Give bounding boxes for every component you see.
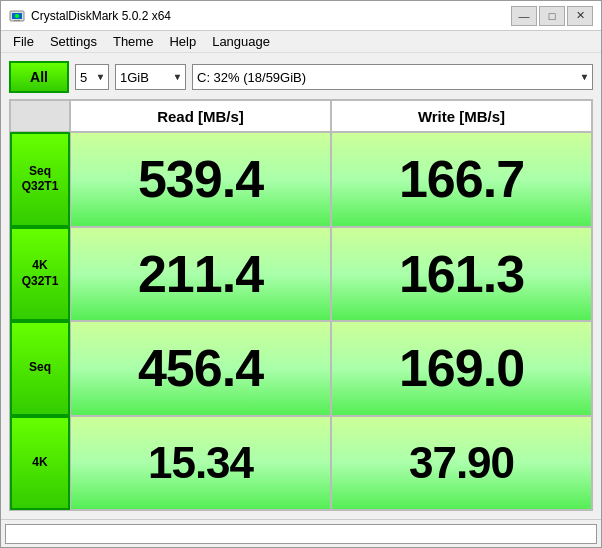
read-seq-q32t1: 539.4	[70, 132, 331, 227]
read-seq-value: 456.4	[138, 338, 263, 398]
menu-file[interactable]: File	[5, 32, 42, 51]
window-title: CrystalDiskMark 5.0.2 x64	[31, 9, 511, 23]
runs-select-wrapper: 5 1 3 9 ▼	[75, 64, 109, 90]
drive-select[interactable]: C: 32% (18/59GiB)	[192, 64, 593, 90]
read-4k-q32t1-value: 211.4	[138, 244, 263, 304]
write-4k-q32t1-value: 161.3	[399, 244, 524, 304]
all-button[interactable]: All	[9, 61, 69, 93]
app-icon	[9, 8, 25, 24]
minimize-button[interactable]: —	[511, 6, 537, 26]
maximize-button[interactable]: □	[539, 6, 565, 26]
row-label-seq: Seq	[10, 321, 70, 416]
write-4k-value: 37.90	[409, 438, 514, 488]
menu-theme[interactable]: Theme	[105, 32, 161, 51]
read-seq-q32t1-value: 539.4	[138, 149, 263, 209]
size-select-wrapper: 1GiB 512MiB 2GiB 4GiB ▼	[115, 64, 186, 90]
write-seq-value: 169.0	[399, 338, 524, 398]
runs-select[interactable]: 5 1 3 9	[75, 64, 109, 90]
write-seq-q32t1: 166.7	[331, 132, 592, 227]
status-field	[5, 524, 597, 544]
row-label-4k: 4K	[10, 416, 70, 511]
row-label-4k-q32t1: 4K Q32T1	[10, 227, 70, 322]
read-4k: 15.34	[70, 416, 331, 511]
title-bar: CrystalDiskMark 5.0.2 x64 — □ ✕	[1, 1, 601, 31]
main-window: CrystalDiskMark 5.0.2 x64 — □ ✕ File Set…	[0, 0, 602, 548]
header-empty	[10, 100, 70, 132]
menu-bar: File Settings Theme Help Language	[1, 31, 601, 53]
write-4k: 37.90	[331, 416, 592, 511]
header-write: Write [MB/s]	[331, 100, 592, 132]
header-read: Read [MB/s]	[70, 100, 331, 132]
menu-language[interactable]: Language	[204, 32, 278, 51]
svg-rect-3	[14, 20, 20, 21]
status-bar	[1, 519, 601, 547]
benchmark-table: Read [MB/s] Write [MB/s] Seq Q32T1 539.4…	[9, 99, 593, 511]
drive-select-wrapper: C: 32% (18/59GiB) ▼	[192, 64, 593, 90]
read-seq: 456.4	[70, 321, 331, 416]
menu-help[interactable]: Help	[161, 32, 204, 51]
window-controls: — □ ✕	[511, 6, 593, 26]
read-4k-q32t1: 211.4	[70, 227, 331, 322]
write-seq-q32t1-value: 166.7	[399, 149, 524, 209]
svg-point-2	[15, 14, 19, 18]
menu-settings[interactable]: Settings	[42, 32, 105, 51]
size-select[interactable]: 1GiB 512MiB 2GiB 4GiB	[115, 64, 186, 90]
read-4k-value: 15.34	[148, 438, 253, 488]
close-button[interactable]: ✕	[567, 6, 593, 26]
row-label-seq-q32t1: Seq Q32T1	[10, 132, 70, 227]
write-4k-q32t1: 161.3	[331, 227, 592, 322]
main-content: All 5 1 3 9 ▼ 1GiB 512MiB 2GiB 4GiB ▼	[1, 53, 601, 519]
write-seq: 169.0	[331, 321, 592, 416]
